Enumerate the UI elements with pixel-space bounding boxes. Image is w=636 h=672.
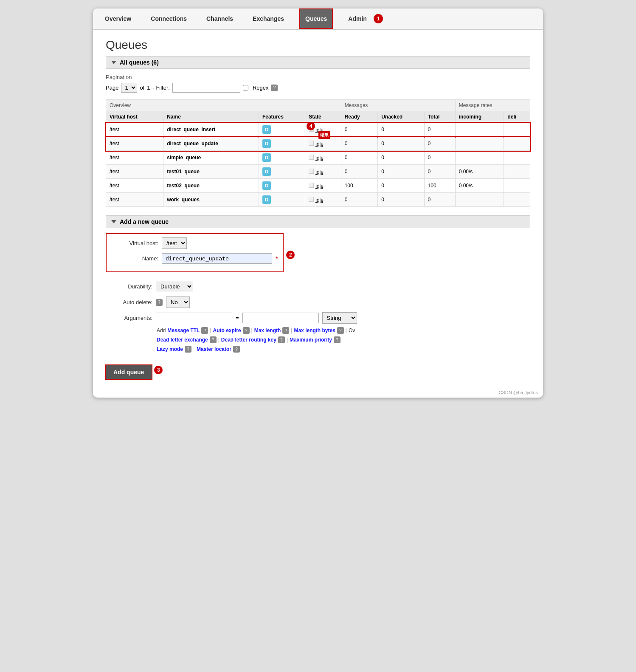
add-queue-header[interactable]: Add a new queue [106,215,530,228]
message-ttl-link[interactable]: Message TTL [167,328,200,333]
deli-cell [504,123,530,137]
add-links-2: Dead letter exchange ? | Dead letter rou… [106,336,530,343]
vhost-row: Virtual host: /test / [112,237,278,249]
name-cell: test02_queue [163,179,259,193]
feature-cell: D [259,137,305,151]
name-input[interactable] [162,253,272,264]
total-cell: 0 [424,193,455,207]
nav-admin[interactable]: Admin [345,9,370,28]
name-row: Name: * [112,253,278,264]
arguments-type-select[interactable]: String Number Boolean [322,312,357,324]
triangle-down-icon [111,61,116,64]
feature-cell: D [259,151,305,165]
equals-sign: = [236,315,239,321]
nav-overview[interactable]: Overview [101,9,135,28]
vhost-cell: /test [106,193,163,207]
auto-delete-row: Auto delete: ? No Yes [106,296,530,308]
result-annotation: 结果 [318,131,330,139]
col-group-overview: Overview [106,100,305,111]
vhost-cell: /test [106,179,163,193]
table-row: /testsimple_queueDidle000 [106,151,530,165]
page-content: Queues All queues (6) Pagination Page 1 … [93,30,543,387]
nav-queues[interactable]: Queues [300,9,332,28]
table-row: /testtest02_queueDidle10001000.00/s [106,179,530,193]
incoming-cell [455,151,504,165]
unacked-cell: 0 [378,137,424,151]
add-queue-label: Add a new queue [120,218,169,225]
lazy-mode-link[interactable]: Lazy mode [157,346,183,352]
add-label: Add [157,328,166,333]
unacked-cell: 0 [378,123,424,137]
message-ttl-help[interactable]: ? [201,327,208,334]
add-queue-section: Add a new queue Virtual host: /test / Na… [106,215,530,379]
state-cell: idle [305,193,341,207]
name-cell: work_queues [163,193,259,207]
table-row: /testtest01_queueDidle0000.00/s [106,165,530,179]
auto-delete-help-button[interactable]: ? [156,299,163,306]
nav-channels[interactable]: Channels [203,9,236,28]
max-length-bytes-help[interactable]: ? [337,327,344,334]
watermark: CSDN @ha_lydms [93,387,543,398]
arguments-key-input[interactable] [156,313,232,323]
pagination-row: Page 1 of 1 - Filter: Regex ? [106,83,530,93]
max-length-help[interactable]: ? [282,327,289,334]
all-queues-header[interactable]: All queues (6) [106,56,530,69]
deli-cell [504,193,530,207]
dead-letter-exchange-link[interactable]: Dead letter exchange [157,337,208,343]
name-cell: direct_queue_insert [163,123,259,137]
unacked-cell: 0 [378,193,424,207]
max-length-bytes-link[interactable]: Max length bytes [294,328,335,333]
dead-letter-routing-key-help[interactable]: ? [278,336,285,343]
max-priority-link[interactable]: Maximum priority [290,337,332,343]
incoming-cell [455,137,504,151]
feature-cell: D4结果 [259,123,305,137]
page-select[interactable]: 1 [121,83,137,93]
master-locator-link[interactable]: Master locator [197,346,231,352]
master-locator-help[interactable]: ? [233,346,240,353]
incoming-cell: 0.00/s [455,165,504,179]
durability-row: Durability: Durable Transient [106,281,530,292]
nav-badge: 1 [374,14,383,23]
vhost-name-group: Virtual host: /test / Name: * [106,233,284,272]
regex-help-button[interactable]: ? [271,85,278,91]
name-cell: direct_queue_update [163,137,259,151]
page-label: Page [106,85,118,91]
nav-exchanges[interactable]: Exchanges [249,9,287,28]
max-priority-help[interactable]: ? [334,336,341,343]
filter-input[interactable] [172,83,240,93]
auto-delete-select[interactable]: No Yes [166,296,190,308]
incoming-cell: 0.00/s [455,179,504,193]
arguments-row: Arguments: = String Number Boolean [106,312,530,324]
pagination-label: Pagination [106,74,530,80]
vhost-cell: /test [106,137,163,151]
ready-cell: 0 [341,123,378,137]
auto-expire-help[interactable]: ? [243,327,250,334]
auto-expire-link[interactable]: Auto expire [213,328,241,333]
lazy-mode-help[interactable]: ? [185,346,191,353]
regex-label: Regex [253,85,269,91]
arguments-label: Arguments: [106,315,152,321]
auto-delete-label: Auto delete: [106,299,152,305]
total-cell: 0 [424,123,455,137]
vhost-cell: /test [106,151,163,165]
ready-cell: 100 [341,179,378,193]
name-cell: test01_queue [163,165,259,179]
state-cell: idle [305,165,341,179]
nav-connections[interactable]: Connections [147,9,190,28]
feature-cell: D [259,193,305,207]
vhost-select[interactable]: /test / [162,237,187,249]
arguments-val-input[interactable] [242,313,319,323]
vhost-cell: /test [106,123,163,137]
col-incoming: incoming [455,111,504,123]
main-window: Overview Connections Channels Exchanges … [93,8,543,398]
durability-select[interactable]: Durable Transient [156,281,193,292]
deli-cell [504,137,530,151]
regex-checkbox[interactable] [243,85,248,90]
ov-label: Ov [349,328,355,333]
dead-letter-routing-key-link[interactable]: Dead letter routing key [221,337,276,343]
max-length-link[interactable]: Max length [254,328,281,333]
dead-letter-exchange-help[interactable]: ? [210,336,217,343]
required-star: * [276,255,278,262]
total-cell: 0 [424,137,455,151]
add-queue-button[interactable]: Add queue [106,365,152,379]
